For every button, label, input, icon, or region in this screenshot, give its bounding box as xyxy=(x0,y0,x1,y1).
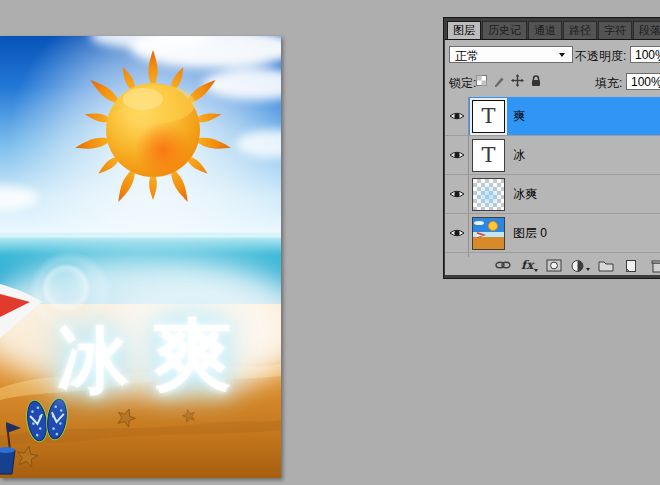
text-layer-glyph: T xyxy=(481,145,495,166)
layer-thumbnail[interactable]: T xyxy=(472,100,505,133)
blend-mode-select[interactable]: 正常 xyxy=(449,46,573,63)
opacity-value: 100% xyxy=(635,48,660,62)
tab-character[interactable]: 字符 xyxy=(598,21,632,39)
add-layer-mask-icon[interactable] xyxy=(546,259,562,275)
tab-channels[interactable]: 通道 xyxy=(528,21,562,39)
layer-thumbnail[interactable] xyxy=(472,178,505,211)
tab-layers[interactable]: 图层 xyxy=(447,21,481,39)
visibility-toggle[interactable] xyxy=(445,214,469,252)
new-layer-icon[interactable] xyxy=(624,259,637,276)
visibility-toggle[interactable] xyxy=(445,97,469,135)
layer-row-background[interactable]: 图层 0 xyxy=(445,214,660,253)
layer-controls: 正常 不透明度: 100% 锁定: xyxy=(445,40,660,98)
lock-pixels-icon[interactable] xyxy=(493,75,505,90)
eye-icon xyxy=(449,188,465,200)
beach-artwork: 冰 爽 xyxy=(0,36,281,478)
layer-thumbnail[interactable] xyxy=(472,217,505,250)
visibility-toggle[interactable] xyxy=(445,136,469,174)
adjustment-layer-icon[interactable] xyxy=(571,259,590,276)
overlay-text-shuang: 爽 xyxy=(153,310,231,400)
lock-transparency-icon[interactable] xyxy=(476,75,487,89)
eye-icon xyxy=(449,227,465,239)
tab-paragraph[interactable]: 段落 xyxy=(633,21,660,39)
layer-name[interactable]: 图层 0 xyxy=(513,225,547,242)
layer-thumbnail[interactable]: T xyxy=(472,139,505,172)
overlay-text-bing: 冰 xyxy=(57,318,130,402)
fill-field[interactable]: 100% xyxy=(626,73,660,90)
panel-tab-bar: 图层 历史记 通道 路径 字符 段落 xyxy=(444,18,660,39)
layer-row-shuang[interactable]: T 爽 xyxy=(445,97,660,136)
link-layers-icon[interactable] xyxy=(494,259,512,274)
panel-body: 正常 不透明度: 100% 锁定: xyxy=(445,39,660,275)
new-group-icon[interactable] xyxy=(598,259,614,275)
layer-style-icon[interactable]: fx xyxy=(521,258,538,272)
layer-list: T 爽 T 冰 冰爽 xyxy=(445,97,660,261)
opacity-label: 不透明度: xyxy=(575,48,626,65)
panel-footer: fx xyxy=(445,257,660,275)
blend-mode-value: 正常 xyxy=(455,48,479,65)
layer-row-bingshuang[interactable]: 冰爽 xyxy=(445,175,660,214)
chevron-down-icon xyxy=(559,53,565,57)
eye-icon xyxy=(449,149,465,161)
image-thumbnail xyxy=(473,218,504,249)
photoshop-workspace: { "canvas": { "overlay_chars": [ {"ch":"… xyxy=(0,0,660,485)
transparent-pixels-preview xyxy=(473,179,504,210)
fill-label: 填充: xyxy=(595,75,622,92)
tab-history[interactable]: 历史记 xyxy=(482,21,527,39)
fill-value: 100% xyxy=(631,75,660,89)
lock-position-icon[interactable] xyxy=(511,74,524,90)
layer-name[interactable]: 冰爽 xyxy=(513,186,537,203)
delete-layer-icon[interactable] xyxy=(651,259,660,276)
layer-row-bing[interactable]: T 冰 xyxy=(445,136,660,175)
text-layer-glyph: T xyxy=(481,106,495,127)
layers-panel: 图层 历史记 通道 路径 字符 段落 正常 不透明度: 100% 锁定: xyxy=(443,17,660,279)
visibility-toggle[interactable] xyxy=(445,175,469,213)
lock-all-icon[interactable] xyxy=(530,74,542,90)
document-canvas[interactable]: 冰 爽 xyxy=(0,36,281,478)
tab-paths[interactable]: 路径 xyxy=(563,21,597,39)
layer-name[interactable]: 冰 xyxy=(513,147,525,164)
eye-icon xyxy=(449,110,465,122)
lock-label: 锁定: xyxy=(449,75,476,92)
opacity-field[interactable]: 100% xyxy=(630,46,660,63)
layer-name[interactable]: 爽 xyxy=(513,108,525,125)
